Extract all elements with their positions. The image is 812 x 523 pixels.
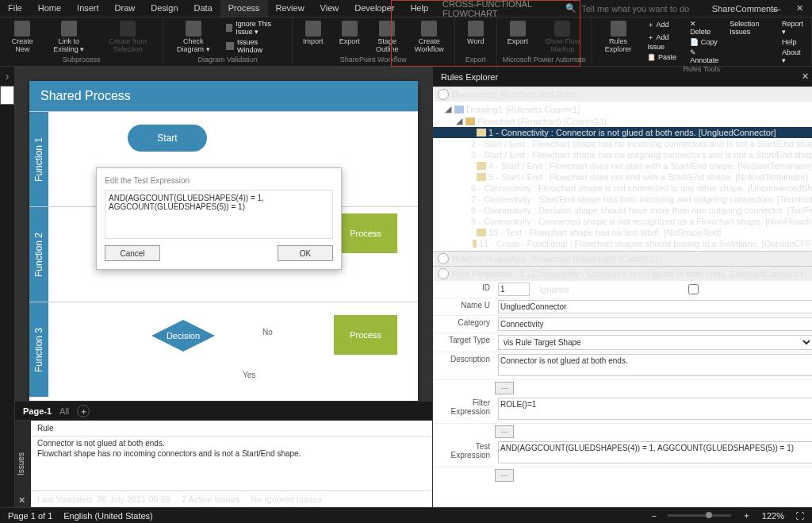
dialog-ok-button[interactable]: OK bbox=[278, 245, 333, 261]
dialog-textarea[interactable]: AND(AGGCOUNT(GLUEDSHAPES(4)) = 1, AGGCOU… bbox=[105, 190, 333, 239]
ribbon-small-item[interactable]: ＋ Add bbox=[644, 19, 682, 31]
filter-expand-button[interactable]: … bbox=[495, 425, 514, 438]
rule-props-header[interactable]: ˄ Rule Properties : 1 - Connectivity : C… bbox=[433, 266, 812, 281]
rule-item-1[interactable]: 1 - Connectivity : Connector is not glue… bbox=[433, 127, 812, 138]
ribbon-small-item[interactable]: ✎ Annotate bbox=[687, 48, 722, 65]
issue-row[interactable]: Connector is not glued at both ends. bbox=[37, 438, 426, 448]
create-new-button[interactable]: Create New bbox=[5, 19, 40, 56]
rule-item-2[interactable]: 2 - Start / End : Flowchart shape has no… bbox=[433, 138, 812, 149]
issue-row[interactable]: Flowchart shape has no incoming connecto… bbox=[37, 448, 426, 459]
ruleset-collapse-icon[interactable]: ˅ bbox=[438, 253, 449, 264]
tree-drawing[interactable]: ◢Drawing1 [Rulesets Count=1] bbox=[433, 103, 812, 115]
rule-item-6[interactable]: 6 - Connectivity : Flowchart shape is no… bbox=[433, 183, 812, 194]
create-workflow-button[interactable]: Create Workflow bbox=[409, 19, 450, 56]
word-button[interactable]: Word bbox=[460, 19, 492, 48]
page-thumbnail[interactable] bbox=[0, 86, 14, 105]
rule-collapse-icon[interactable]: ˄ bbox=[438, 268, 449, 279]
stage-outline-button[interactable]: Stage Outline bbox=[370, 19, 404, 56]
ribbon-small-item[interactable]: 📄 Copy bbox=[687, 37, 722, 47]
tab-file[interactable]: File bbox=[0, 0, 30, 17]
rules-explorer-title: Rules Explorer bbox=[441, 72, 498, 82]
ribbon-small-item[interactable]: 📋 Paste bbox=[644, 52, 682, 62]
tellme-search[interactable]: 🔍 bbox=[565, 3, 711, 13]
export2-button[interactable]: Export bbox=[502, 19, 534, 48]
process-shape-1[interactable]: Process bbox=[334, 213, 397, 253]
fit-page-button[interactable]: ⛶ bbox=[795, 511, 804, 521]
rule-item-4[interactable]: 4 - Start / End : Flowchart does not sta… bbox=[433, 160, 812, 171]
rule-item-7[interactable]: 7 - Connectivity : Start/End shape has b… bbox=[433, 194, 812, 205]
test-expand-button[interactable]: … bbox=[495, 469, 514, 482]
dialog-cancel-button[interactable]: Cancel bbox=[105, 245, 160, 261]
tab-insert[interactable]: Insert bbox=[69, 0, 107, 17]
tree-ruleset[interactable]: ◢Flowchart (Flowchart) [Count=11] bbox=[433, 115, 812, 127]
rule-item-3[interactable]: 3 - Start / End : Flowchart shape has no… bbox=[433, 149, 812, 160]
create-from-sel-icon bbox=[120, 21, 136, 37]
rules-explorer-button[interactable]: Rules Explorer bbox=[597, 19, 640, 56]
tab-home[interactable]: Home bbox=[30, 0, 69, 17]
link-existing-button[interactable]: Link to Existing ▾ bbox=[44, 19, 93, 56]
ribbon-small-item[interactable]: Selection Issues bbox=[726, 19, 774, 37]
swimlane-title[interactable]: Shared Process bbox=[29, 81, 418, 111]
nav-collapse-icon[interactable]: › bbox=[6, 70, 10, 83]
add-page-button[interactable]: ＋ bbox=[77, 405, 90, 417]
rule-item-11[interactable]: 11 - Cross - Functional : Flowchart shap… bbox=[433, 238, 812, 249]
tab-process[interactable]: Process bbox=[220, 0, 268, 17]
issues-tab-label[interactable]: Issues bbox=[15, 421, 31, 507]
drawing-canvas[interactable]: Shared Process Function 1 Start Function… bbox=[29, 81, 418, 401]
page-tab-1[interactable]: Page-1 bbox=[23, 406, 52, 416]
rule-item-8[interactable]: 8 - Connectivity : Decision shape should… bbox=[433, 205, 812, 216]
ruleset-props-header[interactable]: ˅ RuleSet Properties : Flowchart (Flowch… bbox=[433, 251, 812, 266]
comments-button[interactable]: Comments bbox=[736, 4, 764, 13]
tree-collapse-icon[interactable]: ˄ bbox=[438, 89, 449, 100]
rule-item-5[interactable]: 5 - Start / End : Flowchart does not end… bbox=[433, 171, 812, 183]
import-button[interactable]: Import bbox=[297, 19, 329, 48]
tab-help[interactable]: Help bbox=[402, 0, 436, 17]
zoom-in-button[interactable]: ＋ bbox=[742, 510, 751, 521]
rules-tree[interactable]: ◢Drawing1 [Rulesets Count=1] ◢Flowchart … bbox=[433, 102, 812, 251]
ribbon-small-item[interactable]: Report ▾ bbox=[779, 19, 806, 37]
ribbon-small-item[interactable]: Ignore This Issue ▾ bbox=[223, 19, 287, 37]
tab-developer[interactable]: Developer bbox=[347, 0, 402, 17]
ribbon-small-item[interactable]: Help bbox=[779, 37, 806, 47]
prop-ignored-checkbox[interactable] bbox=[573, 284, 812, 294]
lane-2-label[interactable]: Function 2 bbox=[29, 207, 48, 302]
minimize-button[interactable]: — bbox=[764, 4, 788, 13]
zoom-out-button[interactable]: − bbox=[651, 511, 656, 521]
lane-3-label[interactable]: Function 3 bbox=[29, 302, 48, 397]
page-tab-all[interactable]: All bbox=[59, 406, 69, 416]
issues-close-button[interactable]: ✕ bbox=[18, 495, 25, 506]
lane-1-label[interactable]: Function 1 bbox=[29, 112, 48, 206]
tree-header[interactable]: ˄ Documents, RuleSets and Rules bbox=[433, 87, 812, 102]
ribbon-small-item[interactable]: ＋ Add Issue bbox=[644, 32, 682, 52]
prop-category-input[interactable] bbox=[498, 317, 812, 331]
tab-draw[interactable]: Draw bbox=[107, 0, 144, 17]
tab-data[interactable]: Data bbox=[186, 0, 220, 17]
rule-item-9[interactable]: 9 - Connectivity : Connected shape is no… bbox=[433, 216, 812, 227]
canvas-scroll[interactable]: Shared Process Function 1 Start Function… bbox=[15, 67, 432, 401]
prop-nameu-input[interactable] bbox=[498, 300, 812, 313]
prop-description-input[interactable]: Connector is not glued at both ends. bbox=[498, 354, 812, 376]
tellme-input[interactable] bbox=[581, 4, 708, 13]
issues-column-rule[interactable]: Rule bbox=[31, 421, 432, 436]
ribbon-small-item[interactable]: ✕ Delete bbox=[687, 19, 722, 37]
tab-view[interactable]: View bbox=[312, 0, 347, 17]
process-shape-2[interactable]: Process bbox=[334, 315, 397, 355]
share-button[interactable]: Share bbox=[711, 4, 735, 13]
ribbon-small-item[interactable]: Issues Window bbox=[223, 37, 287, 55]
tab-design[interactable]: Design bbox=[143, 0, 186, 17]
prop-id-input[interactable] bbox=[498, 283, 530, 296]
check-diagram-button[interactable]: Check Diagram ▾ bbox=[168, 19, 218, 56]
desc-expand-button[interactable]: … bbox=[495, 382, 514, 394]
prop-filter-input[interactable]: ROLE()=1 bbox=[498, 398, 812, 420]
zoom-slider[interactable] bbox=[668, 514, 731, 517]
prop-test-input[interactable]: AND(AGGCOUNT(GLUEDSHAPES(4)) = 1, AGGCOU… bbox=[498, 441, 812, 463]
context-tab[interactable]: CROSS-FUNCTIONAL FLOWCHART bbox=[442, 0, 565, 18]
tab-review[interactable]: Review bbox=[268, 0, 312, 17]
ribbon-small-item[interactable]: About ▾ bbox=[779, 48, 806, 65]
start-shape[interactable]: Start bbox=[128, 125, 207, 152]
close-button[interactable]: ✕ bbox=[788, 3, 812, 13]
decision-shape[interactable]: Decision bbox=[151, 320, 215, 352]
prop-target-select[interactable]: vis Rule Target Shape bbox=[498, 335, 812, 350]
export-button[interactable]: Export bbox=[334, 19, 366, 48]
rule-item-10[interactable]: 10 - Text : Flowchart shape has no text … bbox=[433, 227, 812, 238]
